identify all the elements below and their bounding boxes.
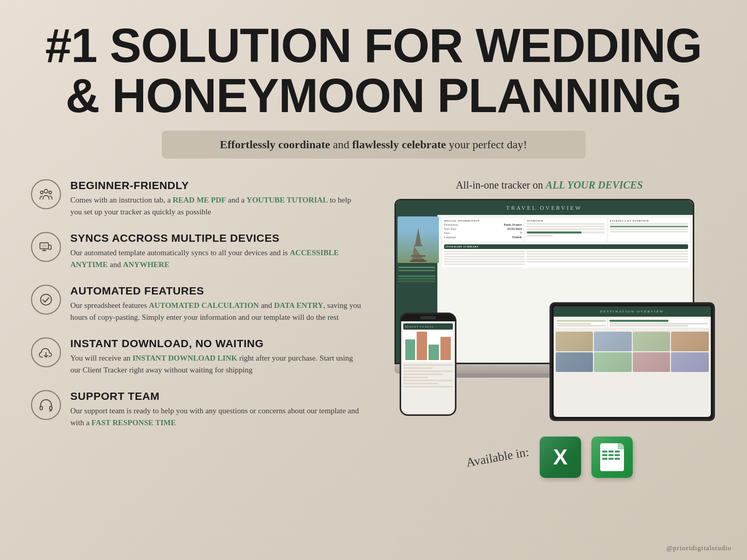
automated-content: AUTOMATED FEATURES Our spreadsheet featu…	[70, 285, 362, 323]
tablet-title: DESTINATION OVERVIEW	[600, 309, 664, 314]
svg-rect-9	[414, 245, 422, 246]
phone-chart	[403, 331, 453, 362]
info-language: Language French	[444, 236, 522, 239]
download-content: INSTANT DOWNLOAD, NO WAITING You will re…	[70, 337, 362, 376]
tablet-header: DESTINATION OVERVIEW	[554, 306, 711, 317]
syncs-title: SYNCS ACCROSS MULTIPLE DEVICES	[70, 232, 362, 244]
tablet-screen: DESTINATION OVERVIEW	[554, 306, 711, 417]
screen-title: TRAVEL OVERVIEW	[506, 205, 582, 211]
checkmark-circle-icon	[39, 292, 53, 307]
dest-img-8	[671, 352, 709, 372]
syncs-desc: Our automated template automatically syn…	[70, 247, 362, 270]
all-devices-highlight: ALL YOUR DEVICES	[546, 179, 643, 191]
phone-notch-bar	[420, 316, 436, 319]
right-header: All-in-one tracker on ALL YOUR DEVICES	[383, 179, 716, 191]
itinerary-box: ITINERARY SUMMARY	[443, 243, 690, 268]
feature-support: SUPPORT TEAM Our support team is ready t…	[31, 390, 362, 428]
svg-point-0	[44, 190, 48, 193]
tablet-image-grid	[554, 330, 711, 374]
info-box-2: OVERVIEW	[525, 218, 606, 241]
headset-icon	[39, 398, 53, 412]
phone-screen: BUDGET VS REAL	[401, 321, 455, 414]
itinerary-section: ITINERARY SUMMARY	[439, 243, 693, 271]
instant-download-link[interactable]: INSTANT DOWNLOAD LINK	[132, 354, 237, 362]
info-box-1: SPECIAL INFORMATION Destination Paris, F…	[443, 218, 524, 241]
tablet-frame: DESTINATION OVERVIEW	[550, 302, 715, 421]
main-content: BEGINNER-FRIENDLY Comes with an instruct…	[31, 179, 716, 478]
screen-sidebar-info	[396, 265, 437, 285]
available-text: Available in:	[465, 445, 530, 470]
svg-rect-7	[50, 407, 52, 410]
bar-4	[440, 337, 451, 360]
feature-beginner: BEGINNER-FRIENDLY Comes with an instruct…	[31, 179, 362, 217]
beginner-title: BEGINNER-FRIENDLY	[70, 179, 362, 192]
subtitle-banner: Effortlessly coordinate and flawlessly c…	[162, 131, 586, 159]
right-column: All-in-one tracker on ALL YOUR DEVICES T…	[383, 179, 716, 478]
eiffel-tower-svg	[403, 227, 434, 263]
automated-desc: Our spreadsheet features AUTOMATED CALCU…	[70, 300, 362, 323]
dest-img-6	[594, 352, 632, 372]
phone-mockup: BUDGET VS REAL	[400, 313, 456, 416]
svg-point-2	[49, 191, 52, 194]
download-desc: You will receive an INSTANT DOWNLOAD LIN…	[70, 352, 362, 376]
anywhere-link[interactable]: ANYWHERE	[123, 260, 170, 269]
svg-marker-10	[412, 246, 424, 260]
subtitle-text: Effortlessly coordinate and flawlessly c…	[182, 138, 565, 151]
watermark: @prioridigitalstudio	[666, 544, 731, 552]
svg-rect-13	[410, 260, 426, 262]
dest-img-1	[556, 332, 593, 351]
phone-line-7	[403, 383, 438, 384]
beginner-content: BEGINNER-FRIENDLY Comes with an instruct…	[70, 179, 362, 217]
info-days: Days 7	[444, 231, 522, 235]
beginner-icon	[31, 179, 61, 209]
read-me-link[interactable]: READ ME PDF	[173, 196, 226, 204]
automated-icon	[31, 285, 61, 315]
svg-point-1	[40, 191, 43, 194]
info-start: Start Date 01/01/2024	[444, 227, 522, 230]
svg-rect-6	[40, 407, 42, 410]
screen-header: TRAVEL OVERVIEW	[396, 200, 693, 215]
fast-response-link[interactable]: FAST RESPONSE TIME	[92, 418, 176, 427]
excel-icon: X	[540, 437, 581, 478]
sheets-icon	[591, 437, 633, 478]
phone-line-6	[403, 380, 453, 381]
data-entry-link[interactable]: DATA ENTRY	[274, 301, 323, 309]
accessible-anytime-link[interactable]: ACCESSIBLE ANYTIME	[70, 248, 339, 269]
tablet-top-row	[554, 317, 711, 329]
excel-label: X	[553, 445, 568, 470]
feature-automated: AUTOMATED FEATURES Our spreadsheet featu…	[31, 285, 362, 323]
beginner-desc: Comes with an instruction tab, a READ ME…	[70, 194, 362, 217]
syncs-content: SYNCS ACCROSS MULTIPLE DEVICES Our autom…	[70, 232, 362, 270]
available-section: Available in: X	[466, 437, 633, 478]
dest-img-2	[594, 332, 632, 351]
auto-calc-link[interactable]: AUTOMATED CALCULATION	[149, 301, 259, 309]
dest-img-5	[556, 352, 593, 372]
progress-bar	[527, 231, 605, 234]
screen-info-row: SPECIAL INFORMATION Destination Paris, F…	[439, 215, 693, 243]
svg-rect-4	[42, 244, 47, 247]
itinerary-content	[444, 251, 688, 266]
features-column: BEGINNER-FRIENDLY Comes with an instruct…	[31, 179, 362, 443]
syncs-icon	[31, 232, 61, 262]
phone-header: BUDGET VS REAL	[403, 323, 453, 330]
phone-line-1	[403, 364, 453, 366]
main-title-block: #1 SOLUTION FOR WEDDING & HONEYMOON PLAN…	[31, 21, 716, 120]
page-title: #1 SOLUTION FOR WEDDING & HONEYMOON PLAN…	[31, 21, 716, 120]
svg-rect-11	[411, 255, 425, 257]
all-devices-text: All-in-one tracker on ALL YOUR DEVICES	[383, 179, 716, 191]
dest-img-7	[633, 352, 670, 372]
support-title: SUPPORT TEAM	[70, 390, 362, 402]
bar-1	[405, 339, 416, 360]
people-icon	[39, 187, 53, 201]
device-mockup: TRAVEL OVERVIEW	[384, 199, 715, 421]
page-container: #1 SOLUTION FOR WEDDING & HONEYMOON PLAN…	[0, 0, 747, 560]
bar-2	[417, 332, 427, 360]
sheets-document	[600, 443, 624, 471]
info-destination: Destination Paris, France	[444, 223, 522, 226]
phone-line-3	[403, 370, 453, 372]
info-box-3: PACKING LIST OVERVIEW	[608, 218, 690, 241]
youtube-tutorial-link[interactable]: YOUTUBE TUTORIAL	[247, 196, 328, 204]
devices-icon	[39, 240, 53, 254]
dest-img-3	[633, 332, 670, 351]
automated-title: AUTOMATED FEATURES	[70, 285, 362, 297]
